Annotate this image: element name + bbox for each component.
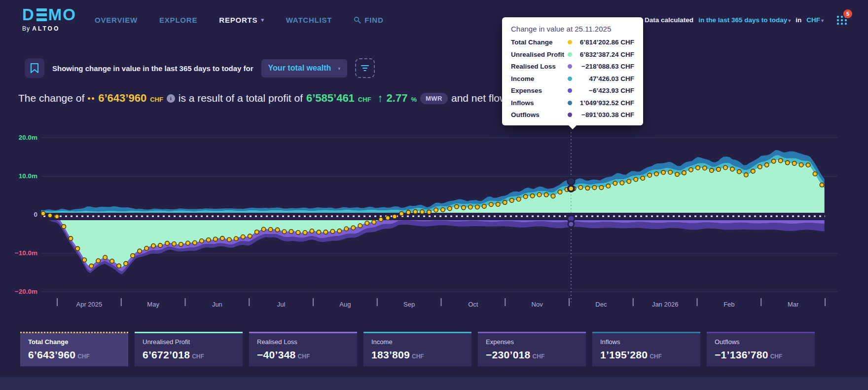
x-axis-label: Jun <box>212 301 222 308</box>
scope-dropdown[interactable]: Your total wealth ▾ <box>261 59 348 78</box>
y-axis-label: 10.0m <box>19 172 37 180</box>
brand-letters-mo: MO <box>48 5 76 24</box>
x-axis-label: May <box>147 301 159 308</box>
tooltip-row: Unrealised Profit6’832’387.24 CHF <box>511 51 634 58</box>
tooltip-row: Income47’426.03 CHF <box>511 75 634 82</box>
summary-headline: The change of 6’643’960 CHF i is a resul… <box>18 92 572 105</box>
in-label: in <box>796 16 801 24</box>
metric-card-total-change[interactable]: Total Change6’643’960CHF <box>20 332 128 366</box>
bookmark-icon <box>29 62 40 74</box>
metric-card-inflows[interactable]: Inflows1’195’280CHF <box>592 332 700 366</box>
metric-card-income[interactable]: Income183’809CHF <box>363 332 471 366</box>
x-axis-label: Jul <box>277 301 286 308</box>
tooltip-row: Expenses−6’423.93 CHF <box>511 87 634 94</box>
y-axis-label: −20.0m <box>15 288 37 295</box>
x-axis-label: Feb <box>723 301 734 308</box>
series-color-dot <box>568 113 572 117</box>
nav-item-find[interactable]: FIND <box>354 16 383 24</box>
x-axis-label: Apr 2025 <box>76 301 102 308</box>
nav-item-reports[interactable]: REPORTS▾ <box>219 16 264 24</box>
search-icon <box>354 16 361 24</box>
tooltip-title: Change in value at 25.11.2025 <box>511 25 634 33</box>
headline-percent-sign: % <box>411 96 417 103</box>
footer-strip <box>0 377 868 390</box>
currency-selector[interactable]: CHF▾ <box>806 16 824 24</box>
series-color-dot <box>568 88 572 93</box>
mwr-badge[interactable]: MWR <box>420 93 448 104</box>
tooltip-row: Outflows−891’030.38 CHF <box>511 111 634 118</box>
apps-grid-icon[interactable]: 5 <box>835 13 848 26</box>
nav-item-overview[interactable]: OVERVIEW <box>95 16 138 24</box>
brand-wordmark: D MO <box>22 5 76 24</box>
x-axis-label: Jan 2026 <box>652 301 679 308</box>
metric-card-realised-loss[interactable]: Realised Loss−40’348CHF <box>249 332 357 366</box>
metric-card-unrealised-profit[interactable]: Unrealised Profit6’672’018CHF <box>135 332 243 366</box>
headline-part2: is a result of a total profit of <box>179 92 303 104</box>
series-color-dot <box>568 77 572 81</box>
brand-logo[interactable]: D MO By ALTOO <box>22 5 76 32</box>
headline-percent: 2.77 <box>387 92 408 105</box>
x-axis-label: Nov <box>532 301 543 308</box>
filter-icon <box>360 63 370 73</box>
series-color-dot <box>568 52 572 57</box>
x-axis-label: Sep <box>403 301 415 308</box>
notification-badge: 5 <box>843 9 852 18</box>
chart-controls-row: Showing change in value in the last 365 … <box>25 58 375 78</box>
metric-card-expenses[interactable]: Expenses−230’018CHF <box>478 332 586 366</box>
tooltip-row: Total Change6’814’202.86 CHF <box>511 39 634 46</box>
x-axis-label: Aug <box>339 301 351 308</box>
x-axis-label: Mar <box>788 301 799 308</box>
metric-cards-row: Total Change6’643’960CHFUnrealised Profi… <box>20 332 815 366</box>
series-color-dot <box>568 40 572 44</box>
date-range-selector[interactable]: in the last 365 days to today▾ <box>698 16 791 24</box>
data-calculated-label: Data calculated <box>645 16 693 24</box>
scope-dropdown-value: Your total wealth <box>268 64 331 73</box>
nav-items: OVERVIEWEXPLOREREPORTS▾WATCHLISTFIND <box>95 0 384 39</box>
filter-button[interactable] <box>355 58 375 78</box>
dotted-series-icon <box>88 97 94 100</box>
nav-item-watchlist[interactable]: WATCHLIST <box>286 16 332 24</box>
headline-total-currency: CHF <box>150 96 163 103</box>
series-color-dot <box>568 64 572 69</box>
nav-item-explore[interactable]: EXPLORE <box>159 16 197 24</box>
metric-card-outflows[interactable]: Outflows−1’136’780CHF <box>707 332 815 366</box>
chart-tooltip: Change in value at 25.11.2025 Total Chan… <box>502 17 643 125</box>
data-settings-bar: Data calculated in the last 365 days to … <box>645 0 848 39</box>
headline-part1: The change of <box>18 92 84 104</box>
x-axis-label: Oct <box>468 301 478 308</box>
tooltip-row: Inflows1’049’932.52 CHF <box>511 99 634 107</box>
brand-e-bars-icon <box>36 8 47 21</box>
brand-letter-d: D <box>22 5 35 24</box>
brand-byline: By ALTOO <box>22 25 76 32</box>
y-axis-label: 20.0m <box>19 134 37 141</box>
tooltip-row: Realised Loss−218’088.63 CHF <box>511 63 634 70</box>
headline-profit-currency: CHF <box>358 96 371 103</box>
x-axis-label: Dec <box>595 301 607 308</box>
headline-profit-value: 6’585’461 <box>306 92 355 105</box>
y-axis-label: 0 <box>34 211 37 218</box>
top-navigation: D MO By ALTOO OVERVIEWEXPLOREREPORTS▾WAT… <box>0 0 868 39</box>
y-axis-label: −10.0m <box>15 249 37 257</box>
up-arrow-icon: ↑ <box>378 92 383 105</box>
series-color-dot <box>568 101 572 105</box>
wealth-chart[interactable]: Apr 2025MayJunJulAugSepOctNovDecJan 2026… <box>0 114 868 311</box>
headline-total-value: 6’643’960 <box>98 92 146 105</box>
info-icon[interactable]: i <box>167 94 175 103</box>
bookmark-button[interactable] <box>25 58 44 78</box>
showing-text: Showing change in value in the last 365 … <box>52 64 253 73</box>
